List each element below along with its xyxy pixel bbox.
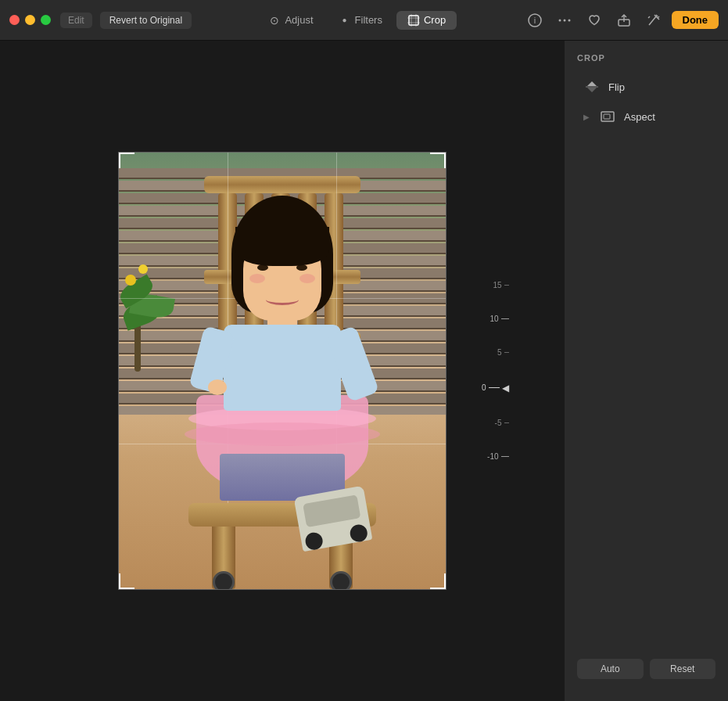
more-button[interactable] xyxy=(553,9,576,32)
svg-rect-18 xyxy=(604,114,610,119)
titlebar: Edit Revert to Original ⊙ Adjust ● Filte… xyxy=(0,0,728,41)
svg-line-14 xyxy=(658,16,659,18)
tick-neg5 xyxy=(504,422,509,423)
ruler-tick-5: 5 xyxy=(497,348,509,357)
svg-rect-0 xyxy=(409,16,418,25)
panel-bottom: Auto Reset xyxy=(565,649,728,688)
ruler-tick-10: 10 xyxy=(490,315,508,323)
left-hand xyxy=(208,379,227,395)
svg-point-8 xyxy=(563,19,565,21)
ruler-indicator: 0 ◀ xyxy=(482,383,509,394)
toolbar-right: i xyxy=(523,9,719,32)
share-button[interactable] xyxy=(612,9,636,32)
filters-icon: ● xyxy=(339,14,351,27)
aspect-icon xyxy=(599,108,616,125)
rotation-ruler[interactable]: 15 10 5 0 ◀ -5 xyxy=(462,277,509,465)
edit-button[interactable]: Edit xyxy=(60,13,92,28)
svg-line-15 xyxy=(648,16,650,18)
plant-left xyxy=(119,231,189,372)
svg-text:i: i xyxy=(533,16,535,25)
tick-15 xyxy=(504,285,509,286)
favorite-button[interactable] xyxy=(583,9,606,32)
revert-button[interactable]: Revert to Original xyxy=(100,12,192,29)
panel-spacer xyxy=(565,131,728,649)
ruler-tick-neg10: -10 xyxy=(487,452,508,461)
traffic-lights xyxy=(9,15,51,25)
done-button[interactable]: Done xyxy=(672,11,719,29)
aspect-arrow-icon: ▶ xyxy=(583,113,590,121)
main-area: 15 10 5 0 ◀ -5 xyxy=(0,41,728,701)
flip-label: Flip xyxy=(608,81,625,93)
svg-rect-17 xyxy=(601,112,614,121)
auto-button[interactable]: Auto xyxy=(577,659,644,679)
tab-filters[interactable]: ● Filters xyxy=(328,11,393,30)
maximize-button[interactable] xyxy=(41,15,51,25)
reset-button[interactable]: Reset xyxy=(650,659,716,679)
hair-bangs xyxy=(235,227,329,266)
tick-neg10 xyxy=(501,456,509,457)
tick-10 xyxy=(501,318,509,319)
right-panel: CROP Flip ▶ Aspect xyxy=(564,41,728,701)
magic-wand-button[interactable] xyxy=(642,9,665,32)
tab-adjust[interactable]: ⊙ Adjust xyxy=(257,11,324,30)
aspect-label: Aspect xyxy=(624,111,655,123)
flip-item[interactable]: Flip xyxy=(571,72,722,102)
image-wrapper: 15 10 5 0 ◀ -5 xyxy=(118,152,446,590)
ruler-tick-15: 15 xyxy=(493,281,508,289)
photo xyxy=(118,152,446,590)
tick-5 xyxy=(504,352,509,353)
aspect-item[interactable]: ▶ Aspect xyxy=(571,102,722,131)
shirt xyxy=(224,325,341,411)
image-area[interactable]: 15 10 5 0 ◀ -5 xyxy=(0,41,564,701)
crop-icon xyxy=(407,14,420,27)
svg-point-9 xyxy=(568,19,570,21)
tab-bar: ⊙ Adjust ● Filters Crop xyxy=(192,11,522,30)
tab-crop[interactable]: Crop xyxy=(396,11,457,30)
ruler-tick-neg5: -5 xyxy=(495,419,509,427)
close-button[interactable] xyxy=(9,15,20,25)
panel-title: CROP xyxy=(565,53,728,72)
info-button[interactable]: i xyxy=(523,9,547,32)
tab-filters-label: Filters xyxy=(355,14,382,26)
svg-line-11 xyxy=(649,16,656,25)
flip-icon xyxy=(583,78,601,95)
tab-crop-label: Crop xyxy=(424,14,446,26)
tab-adjust-label: Adjust xyxy=(285,14,313,26)
svg-point-7 xyxy=(558,19,561,21)
adjust-icon: ⊙ xyxy=(268,14,281,27)
minimize-button[interactable] xyxy=(25,15,35,25)
